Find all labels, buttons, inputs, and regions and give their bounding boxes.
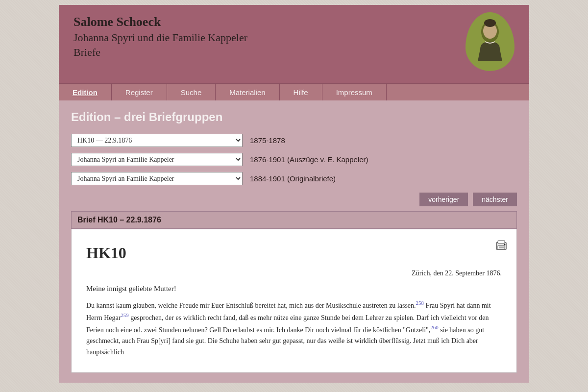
dropdown-row-1: HK10 — 22.9.1876 1875-1878 [71, 134, 517, 147]
nav-materialien[interactable]: Materialien [216, 84, 279, 100]
print-icon[interactable] [493, 237, 509, 252]
nav-hilfe[interactable]: Hilfe [280, 84, 322, 100]
prev-button[interactable]: vorheriger [419, 193, 468, 206]
dropdown-1[interactable]: HK10 — 22.9.1876 [71, 134, 243, 147]
nav-register[interactable]: Register [112, 84, 167, 100]
footnote-258[interactable]: 258 [416, 300, 424, 306]
footnote-260[interactable]: 260 [430, 324, 439, 330]
site-author: Salome Schoeck [74, 15, 514, 29]
page-heading: Edition – drei Briefgruppen [71, 110, 517, 124]
dropdown-2[interactable]: Johanna Spyri an Familie Kappeler [71, 153, 243, 166]
site-subtitle: Johanna Spyri und die Familie Kappeler [74, 31, 514, 44]
letter-date-line: Zürich, den 22. September 1876. [86, 270, 502, 277]
svg-rect-6 [498, 241, 505, 244]
letter-id: HK10 [86, 244, 502, 262]
title-block: Salome Schoeck Johanna Spyri und die Fam… [74, 15, 514, 59]
date-range-1: 1875-1878 [250, 136, 285, 145]
main-content: Edition – drei Briefgruppen HK10 — 22.9.… [59, 100, 529, 383]
dropdown-3[interactable]: Johanna Spyri an Familie Kappeler [71, 172, 243, 185]
svg-rect-5 [498, 245, 505, 249]
dropdown-row-2: Johanna Spyri an Familie Kappeler 1876-1… [71, 153, 517, 166]
nav-edition[interactable]: Edition [59, 84, 112, 100]
letter-header-bar: Brief HK10 – 22.9.1876 [71, 211, 517, 229]
nav-impressum[interactable]: Impressum [322, 84, 387, 100]
letter-salutation: Meine innigst geliebte Mutter! [86, 285, 502, 293]
letter-content-area: HK10 Zürich, den 22. September 1876. Mei… [71, 229, 517, 373]
svg-point-7 [504, 244, 506, 245]
footnote-259[interactable]: 259 [121, 312, 129, 318]
main-nav: Edition Register Suche Materialien Hilfe… [59, 83, 529, 100]
next-button[interactable]: nächster [473, 193, 517, 206]
site-type: Briefe [74, 46, 514, 59]
nav-suche[interactable]: Suche [167, 84, 216, 100]
print-icon-wrapper[interactable] [493, 237, 509, 254]
nav-buttons: vorheriger nächster [71, 193, 517, 206]
page-wrapper: Salome Schoeck Johanna Spyri und die Fam… [59, 5, 529, 383]
letter-body: Du kannst kaum glauben, welche Freude mi… [86, 299, 502, 358]
site-header: Salome Schoeck Johanna Spyri und die Fam… [59, 5, 529, 83]
date-range-3: 1884-1901 (Originalbriefe) [250, 174, 336, 183]
date-range-2: 1876-1901 (Auszüge v. E. Kappeler) [250, 155, 368, 164]
portrait-silhouette [470, 17, 510, 66]
dropdown-row-3: Johanna Spyri an Familie Kappeler 1884-1… [71, 172, 517, 185]
svg-point-3 [484, 19, 496, 27]
